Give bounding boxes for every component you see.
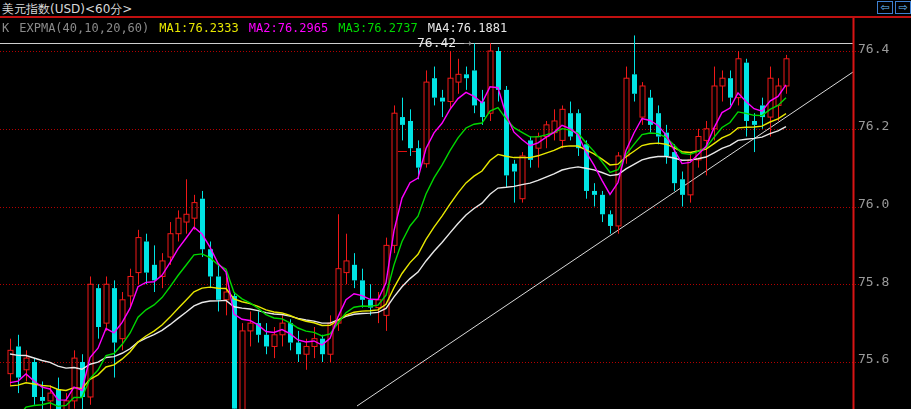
scroll-left-button[interactable]: ⇦	[877, 1, 893, 14]
nav-buttons: ⇦ ⇨	[877, 1, 911, 14]
y-axis-label-75-8: 75.8	[858, 274, 889, 289]
indicator-legend: K EXPMA(40,10,20,60) MA1:76.2333 MA2:76.…	[2, 21, 507, 35]
expma-label: EXPMA(40,10,20,60)	[19, 21, 149, 35]
y-axis-label-76-0: 76.0	[858, 196, 889, 211]
ma3-value: MA3:76.2737	[338, 21, 417, 35]
chart-window: 美元指数(USD)<60分> ⇦ ⇨ K EXPMA(40,10,20,60) …	[0, 0, 911, 409]
scroll-right-button[interactable]: ⇨	[895, 1, 911, 14]
right-arrow-marker-icon: →	[464, 35, 472, 50]
y-axis-label-75-6: 75.6	[858, 351, 889, 366]
right-arrow-icon: ⇨	[898, 1, 907, 14]
left-arrow-icon: ⇦	[880, 1, 889, 14]
high-price-marker: 76.42 →	[417, 35, 472, 50]
high-price-label: 76.42	[417, 35, 456, 50]
ma4-value: MA4:76.1881	[428, 21, 507, 35]
page-title: 美元指数(USD)<60分>	[2, 1, 132, 18]
price-chart-canvas[interactable]	[0, 0, 911, 409]
y-axis-label-76-4: 76.4	[858, 41, 889, 56]
ma1-value: MA1:76.2333	[159, 21, 238, 35]
y-axis-label-76-2: 76.2	[858, 118, 889, 133]
ma2-value: MA2:76.2965	[249, 21, 328, 35]
k-line-label: K	[2, 21, 9, 35]
title-bar: 美元指数(USD)<60分>	[0, 0, 911, 18]
